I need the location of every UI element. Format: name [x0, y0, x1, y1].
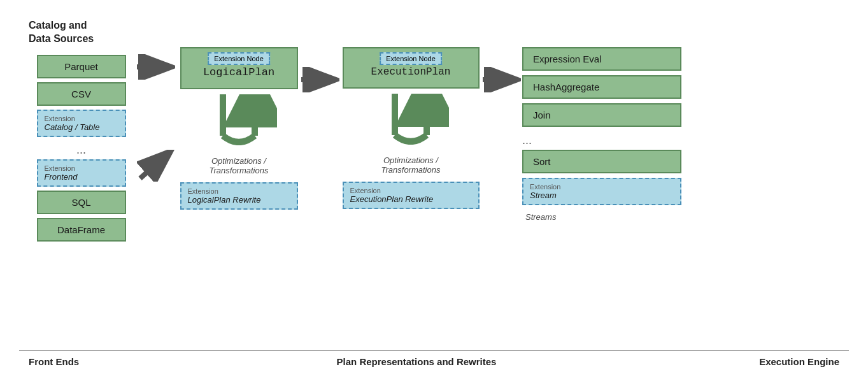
col-execution-engine: Expression Eval HashAggregate Join ... S…: [522, 19, 839, 225]
arrow-col-1: [134, 19, 178, 182]
dataframe-box: DataFrame: [37, 218, 126, 242]
execution-plan-box: Extension Node ExecutionPlan: [343, 47, 480, 89]
col-logical-plan: Extension Node LogicalPlan: [178, 19, 299, 210]
logical-opt-label: Optimizations / Transformations: [210, 156, 269, 175]
footer-row: Front Ends Plan Representations and Rewr…: [19, 350, 849, 370]
svg-line-1: [140, 153, 169, 178]
catalog-title: Catalog and Data Sources: [29, 19, 94, 46]
sql-box: SQL: [37, 191, 126, 214]
hash-aggregate-box: HashAggregate: [522, 75, 681, 99]
col-execution-plan: Extension Node ExecutionPlan: [341, 19, 481, 209]
logical-plan-box: Extension Node LogicalPlan: [180, 47, 298, 89]
arrow-to-logical: [137, 54, 175, 80]
extension-frontend-box: Extension Frontend: [37, 159, 126, 187]
arrow-from-frontend: [137, 150, 175, 182]
parquet-box: Parquet: [37, 55, 126, 78]
execution-opt-label: Optimizations / Transformations: [381, 155, 441, 175]
expression-eval-box: Expression Eval: [522, 47, 681, 71]
col-front-ends: Catalog and Data Sources Parquet CSV Ext…: [29, 19, 134, 245]
arrow-col-3: [481, 19, 522, 92]
arrow-to-execution: [301, 67, 339, 92]
extension-stream-box: Extension Stream: [522, 178, 681, 205]
extension-execution-rewrite-box: Extension ExecutionPlan Rewrite: [343, 182, 480, 209]
footer-execution-engine: Execution Engine: [661, 356, 839, 367]
csv-box: CSV: [37, 82, 126, 106]
dots-2: ...: [522, 134, 532, 147]
arrow-to-engine: [483, 67, 521, 92]
execution-ext-node: Extension Node: [380, 52, 442, 65]
extension-catalog-box: Extension Catalog / Table: [37, 110, 126, 137]
execution-uturn: [373, 94, 449, 147]
extension-logical-rewrite-box: Extension LogicalPlan Rewrite: [180, 182, 298, 210]
sort-box: Sort: [522, 150, 681, 173]
join-box: Join: [522, 103, 681, 127]
streams-label: Streams: [525, 212, 556, 222]
logical-uturn: [201, 94, 277, 148]
diagram: Catalog and Data Sources Parquet CSV Ext…: [0, 0, 868, 383]
logical-ext-node: Extension Node: [208, 52, 270, 65]
arrow-col-2: [299, 19, 341, 92]
dots-1: ...: [76, 143, 86, 157]
footer-plan-representations: Plan Representations and Rewrites: [172, 356, 661, 367]
footer-front-ends: Front Ends: [29, 356, 134, 367]
